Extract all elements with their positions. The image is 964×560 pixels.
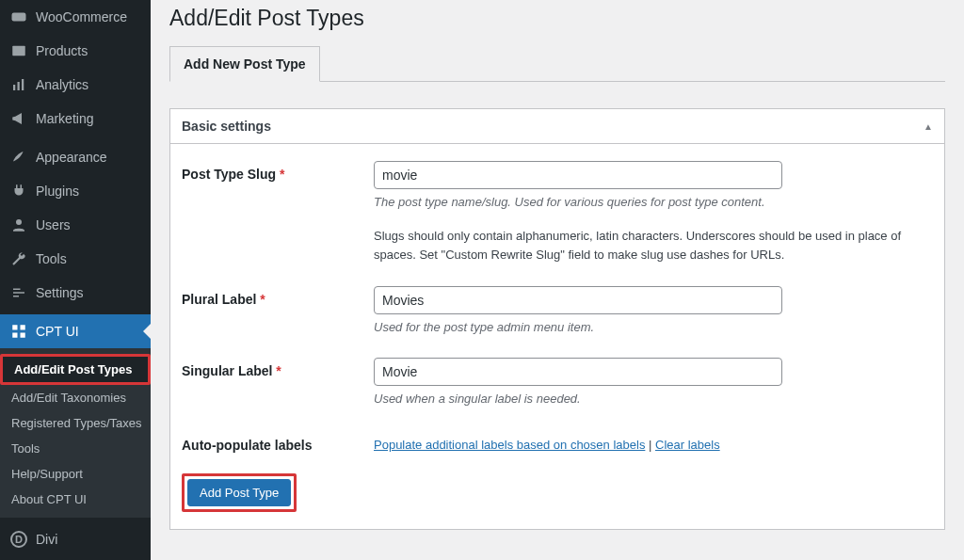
row-plural: Plural Label * Used for the post type ad… [182,286,933,337]
sidebar-item-appearance[interactable]: Appearance [0,140,151,174]
sidebar-item-users[interactable]: Users [0,208,151,242]
sliders-icon [9,283,28,302]
main-content: Add/Edit Post Types Add New Post Type Ba… [151,0,964,560]
admin-sidebar: WooCommerce Products Analytics Marketing [0,0,151,560]
svg-rect-1 [12,46,25,56]
collapse-menu-button[interactable]: ◀ Collapse menu [0,556,151,560]
panel-title: Basic settings [182,119,271,134]
svg-rect-8 [12,333,17,338]
cpt-ui-submenu: Add/Edit Post Types Add/Edit Taxonomies … [0,348,151,518]
products-icon [9,41,28,60]
svg-rect-4 [22,79,24,90]
svg-rect-2 [13,85,15,90]
page-title: Add/Edit Post Types [169,6,945,31]
sidebar-label: Appearance [36,150,107,165]
svg-rect-9 [21,333,25,338]
megaphone-icon [9,109,28,128]
user-icon [9,216,28,234]
slug-description: The post type name/slug. Used for variou… [374,193,933,212]
sidebar-label: Settings [36,285,84,300]
sidebar-item-cpt-ui[interactable]: CPT UI [0,314,151,348]
svg-rect-0 [12,13,26,22]
submenu-item-about-cpt-ui[interactable]: About CPT UI [0,487,151,512]
svg-point-5 [16,219,22,225]
sidebar-label: Users [36,217,71,232]
singular-description: Used when a singular label is needed. [374,390,933,408]
clear-labels-link[interactable]: Clear labels [655,438,720,452]
panel-body: Post Type Slug * The post type name/slug… [170,144,944,529]
analytics-icon [9,75,28,94]
plural-description: Used for the post type admin menu item. [374,318,933,337]
populate-labels-link[interactable]: Populate additional labels based on chos… [374,438,645,452]
sidebar-item-marketing[interactable]: Marketing [0,102,151,136]
label-text: Plural Label [182,292,256,307]
required-asterisk: * [276,363,281,378]
singular-label-input[interactable] [374,358,782,386]
collapse-panel-icon[interactable]: ▲ [924,121,933,132]
wrench-icon [9,249,28,268]
svg-rect-6 [12,325,17,329]
sidebar-label: Plugins [36,184,79,199]
sidebar-label: Marketing [36,111,93,126]
submit-highlight: Add Post Type [182,473,297,512]
sidebar-label: Tools [36,251,67,266]
basic-settings-panel: Basic settings ▲ Post Type Slug * The po… [169,108,945,530]
submenu-item-add-edit-taxonomies[interactable]: Add/Edit Taxonomies [0,385,151,410]
singular-label: Singular Label * [182,358,374,378]
tab-add-new-post-type[interactable]: Add New Post Type [169,46,320,82]
row-auto-populate: Auto-populate labels Populate additional… [182,432,933,453]
svg-rect-3 [18,82,20,90]
slug-help-text: Slugs should only contain alphanumeric, … [374,227,933,266]
divi-icon: D [9,530,28,549]
sidebar-label: WooCommerce [36,9,127,24]
cpt-ui-icon [9,322,28,341]
sidebar-label: CPT UI [36,324,79,339]
auto-populate-label: Auto-populate labels [182,432,374,453]
row-slug: Post Type Slug * The post type name/slug… [182,161,933,265]
label-text: Singular Label [182,363,272,378]
submenu-item-add-edit-post-types[interactable]: Add/Edit Post Types [0,354,151,385]
slug-label: Post Type Slug * [182,161,374,182]
sidebar-item-plugins[interactable]: Plugins [0,174,151,208]
sidebar-item-tools[interactable]: Tools [0,242,151,276]
woocommerce-icon [9,8,28,26]
plural-label-input[interactable] [374,286,782,314]
label-text: Post Type Slug [182,167,276,182]
sidebar-item-products[interactable]: Products [0,34,151,68]
submenu-item-registered-types-taxes[interactable]: Registered Types/Taxes [0,410,151,436]
sidebar-item-analytics[interactable]: Analytics [0,68,151,102]
required-asterisk: * [280,167,284,182]
sidebar-item-settings[interactable]: Settings [0,276,151,310]
sidebar-item-woocommerce[interactable]: WooCommerce [0,0,151,34]
pipe-separator: | [649,438,655,452]
sidebar-label: Products [36,43,88,58]
sidebar-label: Analytics [36,77,88,92]
plural-label: Plural Label * [182,286,374,307]
add-post-type-button[interactable]: Add Post Type [187,479,291,506]
required-asterisk: * [260,292,265,307]
svg-rect-7 [21,325,25,329]
plug-icon [9,182,28,200]
submenu-item-tools[interactable]: Tools [0,436,151,461]
sidebar-label: Divi [36,532,57,547]
post-type-slug-input[interactable] [374,161,782,189]
tabs: Add New Post Type [169,46,945,82]
submenu-item-help-support[interactable]: Help/Support [0,461,151,487]
row-singular: Singular Label * Used when a singular la… [182,358,933,408]
sidebar-item-divi[interactable]: D Divi [0,522,151,556]
brush-icon [9,148,28,167]
panel-header[interactable]: Basic settings ▲ [170,109,944,144]
label-text: Auto-populate labels [182,438,312,453]
